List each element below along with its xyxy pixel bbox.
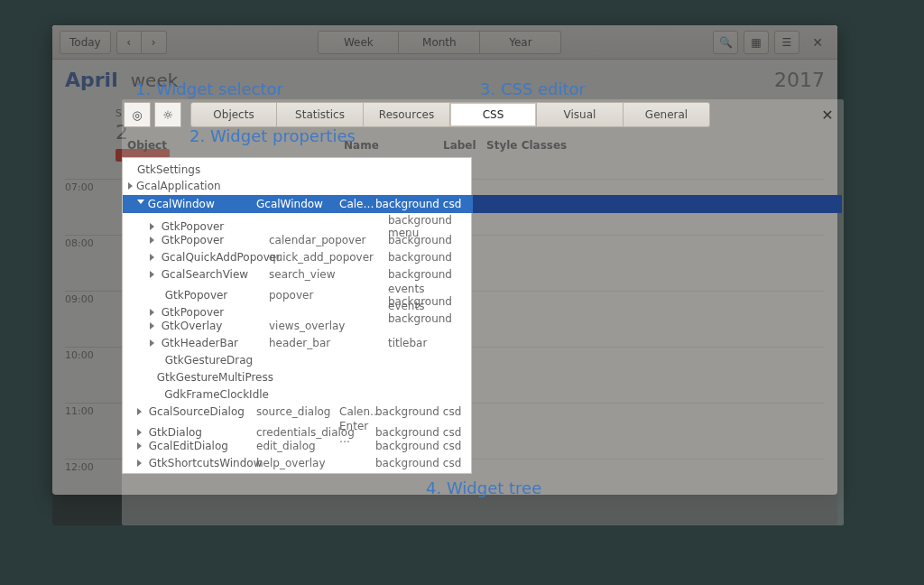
- expander-icon[interactable]: [137, 200, 144, 208]
- tab-statistics[interactable]: Statistics: [277, 102, 364, 127]
- tree-row[interactable]: GtkSettings: [128, 162, 471, 178]
- tree-row[interactable]: GtkGestureMultiPress: [123, 368, 471, 385]
- tree-row[interactable]: GtkGestureDrag: [123, 351, 471, 368]
- tree-row[interactable]: GdkFrameClockIdle: [123, 385, 471, 403]
- expander-icon[interactable]: [150, 339, 154, 347]
- tree-row[interactable]: GcalSourceDialogsource_dialogCalen…backg…: [123, 403, 471, 420]
- tree-row-selected[interactable]: GcalWindow GcalWindow Calen… background …: [123, 195, 472, 213]
- tree-row[interactable]: GcalApplication: [128, 178, 471, 194]
- expander-icon[interactable]: [137, 460, 142, 467]
- target-icon: ◎: [132, 108, 142, 122]
- annotation-1: 1. Widget selector: [135, 79, 283, 98]
- annotation-2: 2. Widget properties: [189, 126, 356, 145]
- tab-general[interactable]: General: [624, 102, 710, 127]
- annotation-4: 4. Widget tree: [426, 478, 541, 497]
- col-name: Name: [344, 139, 443, 152]
- inspector-tabs: Objects Statistics Resources CSS Visual …: [190, 102, 710, 127]
- tree-row[interactable]: GcalEditDialogedit_dialogbackground csd: [123, 437, 471, 454]
- tab-css[interactable]: CSS: [450, 102, 537, 127]
- annotation-3: 3. CSS editor: [480, 79, 586, 98]
- tree-row[interactable]: GtkShortcutsWindowhelp_overlaybackground…: [123, 454, 471, 471]
- tree-row[interactable]: GtkPopoverbackground menu: [123, 214, 471, 231]
- tree-row[interactable]: GtkPopoverevents background: [123, 300, 471, 317]
- col-label: Label: [443, 139, 486, 152]
- tree-row[interactable]: GtkPopoverpopoverevents background: [123, 283, 471, 300]
- col-style: Style Classes: [486, 139, 667, 152]
- bulb-icon: ☼: [162, 108, 173, 122]
- tree-row[interactable]: GcalQuickAddPopoverquick_add_popoverback…: [123, 248, 471, 265]
- tree-row[interactable]: GtkPopovercalendar_popoverbackground: [123, 231, 471, 248]
- tab-visual[interactable]: Visual: [537, 102, 624, 127]
- expander-icon[interactable]: [137, 429, 142, 436]
- inspector-close-button[interactable]: [813, 102, 842, 127]
- expander-icon[interactable]: [150, 254, 154, 261]
- expander-icon[interactable]: [150, 322, 154, 330]
- tab-objects[interactable]: Objects: [190, 102, 277, 127]
- selected-row-bg-ext: [473, 195, 842, 213]
- widget-picker-button[interactable]: ◎: [124, 102, 151, 127]
- expander-icon[interactable]: [128, 182, 133, 190]
- tree-row[interactable]: GtkHeaderBarheader_bartitlebar: [123, 334, 471, 351]
- tab-resources[interactable]: Resources: [364, 102, 450, 127]
- tree-row[interactable]: GtkDialogcredentials_dialogEnter …backgr…: [123, 420, 471, 437]
- inspector-toolbar: ◎ ☼ Objects Statistics Resources CSS Vis…: [122, 99, 844, 130]
- expander-icon[interactable]: [150, 223, 154, 230]
- expander-icon[interactable]: [150, 271, 154, 278]
- flash-widget-button[interactable]: ☼: [154, 102, 181, 127]
- expander-icon[interactable]: [150, 237, 154, 244]
- expander-icon[interactable]: [137, 408, 142, 415]
- expander-icon[interactable]: [150, 309, 154, 316]
- expander-icon[interactable]: [137, 442, 142, 450]
- tree-row[interactable]: GcalSearchViewsearch_viewbackground: [123, 265, 471, 283]
